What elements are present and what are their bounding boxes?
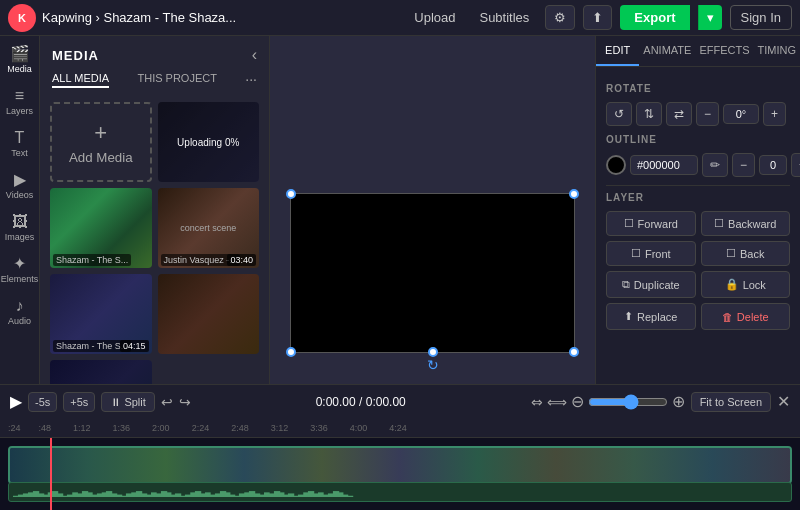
nav-actions: Upload Subtitles ⚙ ⬆ Export ▾ Sign In (406, 5, 792, 30)
time-display: 0:00.00 / 0:00.00 (197, 395, 525, 409)
list-item[interactable]: Uploading 0% (158, 102, 260, 182)
ruler-mark: 2:48 (231, 423, 249, 433)
video-track[interactable] (8, 446, 792, 484)
redo-button[interactable]: ↪ (179, 394, 191, 410)
sidebar-item-text-label: Text (11, 148, 28, 158)
upload-button[interactable]: Upload (406, 6, 463, 29)
handle-top-right[interactable] (569, 189, 579, 199)
list-item[interactable]: Shazam - The S... 04:15 (50, 274, 152, 354)
audio-waveform: ▁▂▃▄▅▃▂▄▅▃▁▂▄▃▅▄▂▃▄▅▃▂▁▃▄▅▃▂▄▃▅▄▂▃▁▂▄▅▃▄… (13, 488, 787, 497)
media-more-icon[interactable]: ··· (245, 71, 257, 87)
sidebar-item-images[interactable]: 🖼 Images (1, 208, 39, 248)
forward-button[interactable]: ☐ Forward (606, 211, 696, 236)
split-icon: ⏸ (110, 396, 121, 408)
outline-minus-button[interactable]: − (732, 153, 755, 177)
lock-icon: 🔒 (725, 278, 739, 291)
outline-controls: ✏ − + (606, 153, 790, 177)
upload-text: Uploading 0% (177, 137, 239, 148)
ruler-mark: 4:00 (350, 423, 368, 433)
breadcrumb: Kapwing › Shazam - The Shaza... (42, 10, 406, 25)
playhead[interactable] (50, 438, 52, 510)
list-item[interactable] (158, 274, 260, 354)
sidebar-item-audio[interactable]: ♪ Audio (1, 292, 39, 332)
delete-icon: 🗑 (722, 311, 733, 323)
flip-v-button[interactable]: ⇅ (636, 102, 662, 126)
outline-color-picker[interactable] (606, 155, 626, 175)
back-button[interactable]: ☐ Back (701, 241, 791, 266)
backward-button[interactable]: ☐ Backward (701, 211, 791, 236)
outline-color-input[interactable] (630, 155, 698, 175)
forward-label: Forward (638, 218, 678, 230)
handle-top-left[interactable] (286, 189, 296, 199)
sidebar-item-text[interactable]: T Text (1, 124, 39, 164)
tab-animate[interactable]: ANIMATE (639, 36, 695, 66)
list-item[interactable]: concert scene Justin Vasquez -... 03:40 (158, 188, 260, 268)
split-track-icon: ⟺ (547, 394, 567, 410)
backward-icon: ☐ (714, 217, 724, 230)
audio-track[interactable]: ▁▂▃▄▅▃▂▄▅▃▁▂▄▃▅▄▂▃▄▅▃▂▁▃▄▅▃▂▄▃▅▄▂▃▁▂▄▅▃▄… (8, 482, 792, 502)
sidebar-item-videos[interactable]: ▶ Videos (1, 166, 39, 206)
backward-label: Backward (728, 218, 776, 230)
rotate-minus-button[interactable]: − (696, 102, 719, 126)
ruler-mark: 2:24 (192, 423, 210, 433)
canvas-video[interactable] (290, 193, 575, 353)
tab-effects[interactable]: EFFECTS (695, 36, 753, 66)
thumb-duration: 04:15 (120, 340, 149, 352)
forward-5s-button[interactable]: +5s (63, 392, 95, 412)
close-button[interactable]: ✕ (777, 392, 790, 411)
media-tabs: ALL MEDIA THIS PROJECT ··· (40, 70, 269, 96)
rotate-handle[interactable]: ↻ (423, 355, 443, 375)
media-collapse-button[interactable]: ‹ (252, 46, 257, 64)
rotate-ccw-button[interactable]: ↺ (606, 102, 632, 126)
layer-order-controls: ☐ Forward ☐ Backward ☐ Front ☐ Back (606, 211, 790, 266)
tab-all-media[interactable]: ALL MEDIA (52, 70, 109, 88)
replace-icon: ⬆ (624, 310, 633, 323)
rotate-value-input[interactable] (723, 104, 759, 124)
delete-button[interactable]: 🗑 Delete (701, 303, 791, 330)
replace-button[interactable]: ⬆ Replace (606, 303, 696, 330)
tab-timing[interactable]: TIMING (754, 36, 801, 66)
sidebar-item-audio-label: Audio (8, 316, 31, 326)
front-label: Front (645, 248, 671, 260)
signin-button[interactable]: Sign In (730, 5, 792, 30)
outline-edit-button[interactable]: ✏ (702, 153, 728, 177)
back-icon: ☐ (726, 247, 736, 260)
zoom-controls: ⇔ ⟺ ⊖ ⊕ (531, 392, 685, 411)
rotate-plus-button[interactable]: + (763, 102, 786, 126)
export-dropdown-button[interactable]: ▾ (698, 5, 722, 30)
duplicate-icon: ⧉ (622, 278, 630, 291)
subtitles-button[interactable]: Subtitles (471, 6, 537, 29)
tab-edit[interactable]: EDIT (596, 36, 639, 66)
outline-plus-button[interactable]: + (791, 153, 800, 177)
zoom-slider[interactable] (588, 394, 668, 410)
media-title: MEDIA (52, 48, 99, 63)
sidebar-item-layers[interactable]: ≡ Layers (1, 82, 39, 122)
zoom-in-button[interactable]: ⊕ (672, 392, 685, 411)
share-button[interactable]: ⬆ (583, 5, 612, 30)
fit-to-screen-button[interactable]: Fit to Screen (691, 392, 771, 412)
add-media-button[interactable]: + Add Media (50, 102, 152, 182)
outline-label: OUTLINE (606, 134, 790, 145)
export-button[interactable]: Export (620, 5, 689, 30)
sidebar-item-elements[interactable]: ✦ Elements (1, 250, 39, 290)
lock-button[interactable]: 🔒 Lock (701, 271, 791, 298)
flip-h-button[interactable]: ⇄ (666, 102, 692, 126)
undo-button[interactable]: ↩ (161, 394, 173, 410)
tab-this-project[interactable]: THIS PROJECT (137, 70, 216, 88)
duplicate-label: Duplicate (634, 279, 680, 291)
outline-value-input[interactable] (759, 155, 787, 175)
list-item[interactable]: Shazam - The S... (50, 188, 152, 268)
duplicate-button[interactable]: ⧉ Duplicate (606, 271, 696, 298)
bottom-controls: ▶ -5s +5s ⏸ Split ↩ ↪ 0:00.00 / 0:00.00 … (0, 384, 800, 510)
rewind-5s-button[interactable]: -5s (28, 392, 57, 412)
handle-bottom-left[interactable] (286, 347, 296, 357)
split-button[interactable]: ⏸ Split (101, 392, 154, 412)
settings-button[interactable]: ⚙ (545, 5, 575, 30)
play-button[interactable]: ▶ (10, 392, 22, 411)
sidebar-item-media[interactable]: 🎬 Media (1, 40, 39, 80)
replace-label: Replace (637, 311, 677, 323)
handle-bottom-right[interactable] (569, 347, 579, 357)
front-button[interactable]: ☐ Front (606, 241, 696, 266)
zoom-out-button[interactable]: ⊖ (571, 392, 584, 411)
add-icon: + (94, 120, 107, 146)
